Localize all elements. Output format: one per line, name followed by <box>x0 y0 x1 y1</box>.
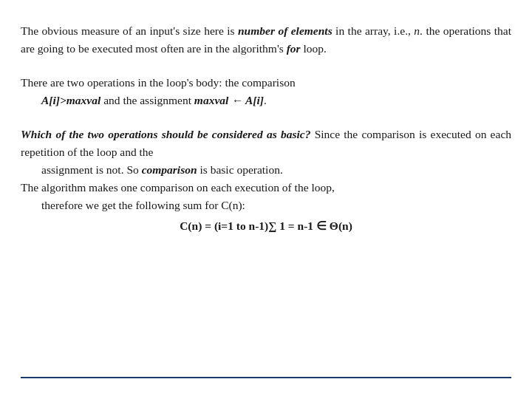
paragraph-2: There are two operations in the loop's b… <box>21 74 511 109</box>
p2-indent: A[i]>maxval and the assignment maxval ← … <box>41 94 267 106</box>
p1-bold-italic-for: for <box>287 42 301 55</box>
page-container: The obvious measure of an input's size h… <box>0 0 532 399</box>
paragraph-3: Which of the two operations should be co… <box>21 126 511 235</box>
p2-aij-maxval: A[i]>maxval <box>41 94 100 106</box>
p3-comparison-bold: comparison <box>142 163 197 176</box>
p1-text: The obvious measure of an input's size h… <box>21 24 511 55</box>
p2-maxval-aij: maxval ← A[i] <box>194 94 264 106</box>
p3-therefore: therefore we get the following sum for C… <box>41 199 245 211</box>
formula: C(n) = (i=1 to n-1)∑ 1 = n-1 ∈ Θ(n) <box>21 217 511 235</box>
paragraph-1: The obvious measure of an input's size h… <box>21 22 511 58</box>
p3-line4: The algorithm makes one comparison on ea… <box>21 179 511 214</box>
p2-text: There are two operations in the loop's b… <box>21 76 296 106</box>
p1-italic-n: n <box>414 24 420 37</box>
p1-bold-italic-number-of-elements: number of elements <box>238 24 332 37</box>
p3-line1: Which of the two operations should be co… <box>21 126 511 179</box>
bottom-border-line <box>21 377 511 378</box>
formula-text: C(n) = (i=1 to n-1)∑ 1 = n-1 ∈ Θ(n) <box>180 219 352 232</box>
p3-which-bold-italic: Which of the two operations should be co… <box>21 128 310 140</box>
p3-assignment-line: assignment is not. So comparison is basi… <box>41 163 283 176</box>
